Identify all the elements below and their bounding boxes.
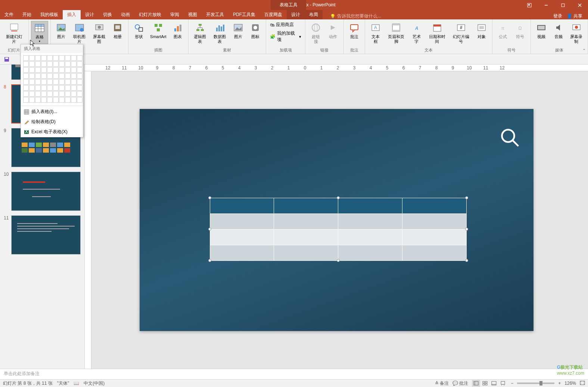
table-grid-cell[interactable] (41, 97, 47, 103)
table-grid-cell[interactable] (41, 61, 47, 67)
table-grid-cell[interactable] (77, 67, 83, 73)
table-grid-cell[interactable] (41, 91, 47, 97)
reading-view-button[interactable] (490, 380, 498, 387)
table-grid-cell[interactable] (35, 67, 41, 73)
table-grid-cell[interactable] (71, 67, 77, 73)
table-grid-cell[interactable] (29, 97, 35, 103)
online-picture-button[interactable]: 联机图片 (70, 21, 89, 45)
zoom-in-button[interactable]: + (558, 381, 561, 386)
table-grid-cell[interactable] (53, 91, 59, 97)
table-grid-cell[interactable] (59, 73, 65, 79)
thumbnail-11[interactable]: 11 (0, 213, 84, 257)
login-link[interactable]: 登录 (553, 13, 562, 19)
table-grid-cell[interactable] (59, 61, 65, 67)
table-grid-cell[interactable] (59, 91, 65, 97)
table-grid-cell[interactable] (41, 85, 47, 91)
current-slide[interactable] (140, 109, 533, 331)
zoom-level[interactable]: 126% (564, 381, 576, 386)
selection-handle[interactable] (337, 196, 340, 199)
table-grid-cell[interactable] (47, 85, 53, 91)
table-grid-cell[interactable] (35, 55, 41, 61)
table-grid-cell[interactable] (23, 61, 29, 67)
selection-handle[interactable] (208, 259, 211, 262)
table-button[interactable]: 表格 ▾ (31, 21, 48, 44)
table-grid-cell[interactable] (77, 55, 83, 61)
excel-spreadsheet-menu-item[interactable]: X Excel 电子表格(X) (21, 127, 83, 137)
header-footer-button[interactable]: 页眉和页脚 (385, 21, 408, 45)
insert-table-menu-item[interactable]: 插入表格(I)... (21, 107, 83, 117)
table-grid-cell[interactable] (65, 79, 71, 85)
table-size-grid[interactable] (21, 53, 83, 105)
object-button[interactable]: 对象 (473, 21, 490, 40)
tab-developer[interactable]: 开发工具 (202, 10, 228, 19)
table-grid-cell[interactable] (47, 67, 53, 73)
table-grid-cell[interactable] (47, 73, 53, 79)
thumbnail-10[interactable]: 10 (0, 169, 84, 213)
tab-animations[interactable]: 动画 (116, 10, 134, 19)
notes-toggle[interactable]: ≙ 备注 (435, 380, 449, 387)
table-grid-cell[interactable] (47, 91, 53, 97)
table-grid-cell[interactable] (65, 73, 71, 79)
tab-view[interactable]: 视图 (184, 10, 202, 19)
tab-transitions[interactable]: 切换 (99, 10, 116, 19)
ribbon-display-options[interactable] (521, 0, 538, 10)
table-grid-cell[interactable] (23, 79, 29, 85)
table-grid-cell[interactable] (23, 85, 29, 91)
zoom-out-button[interactable]: − (511, 381, 513, 386)
table-grid-cell[interactable] (53, 67, 59, 73)
table-grid-cell[interactable] (23, 97, 29, 103)
selection-handle[interactable] (208, 196, 211, 199)
new-slide-button[interactable]: 新建幻灯片 (2, 21, 26, 45)
table-grid-cell[interactable] (65, 97, 71, 103)
save-icon[interactable] (4, 56, 10, 62)
table-grid-cell[interactable] (71, 91, 77, 97)
zoom-slider[interactable] (517, 383, 554, 384)
data-chart-button[interactable]: 数据图表 (210, 21, 229, 45)
selection-handle[interactable] (208, 228, 211, 231)
hyperlink-button[interactable]: 超链接 (308, 21, 324, 45)
table-grid-cell[interactable] (77, 73, 83, 79)
logic-chart-button[interactable]: 逻辑图表 (191, 21, 210, 45)
table-grid-cell[interactable] (59, 79, 65, 85)
table-grid-cell[interactable] (29, 91, 35, 97)
table-grid-cell[interactable] (29, 67, 35, 73)
table-grid-cell[interactable] (65, 91, 71, 97)
collapse-ribbon-button[interactable]: ⌃ (582, 48, 586, 53)
selection-handle[interactable] (465, 259, 468, 262)
comment-button[interactable]: 批注 (346, 21, 363, 40)
tab-table-layout[interactable]: 布局 (305, 10, 323, 19)
textbox-button[interactable]: A文本框 (367, 21, 384, 45)
table-grid-cell[interactable] (59, 85, 65, 91)
tab-design[interactable]: 设计 (81, 10, 99, 19)
table-grid-cell[interactable] (59, 67, 65, 73)
table-grid-cell[interactable] (41, 55, 47, 61)
table-grid-cell[interactable] (71, 97, 77, 103)
draw-table-menu-item[interactable]: 绘制表格(D) (21, 117, 83, 127)
share-button[interactable]: 👤 共享 (567, 13, 582, 19)
table-grid-cell[interactable] (47, 61, 53, 67)
table-grid-cell[interactable] (77, 79, 83, 85)
maximize-button[interactable] (554, 0, 571, 10)
table-grid-cell[interactable] (35, 85, 41, 91)
table-grid-cell[interactable] (29, 61, 35, 67)
table-grid-cell[interactable] (29, 73, 35, 79)
smartart-button[interactable]: SmartArt (148, 21, 168, 40)
minimize-button[interactable] (538, 0, 554, 10)
table-grid-cell[interactable] (71, 79, 77, 85)
table-grid-cell[interactable] (65, 85, 71, 91)
slide-canvas[interactable] (85, 71, 588, 369)
tell-me-search[interactable]: 💡 告诉我您想要做什么... (330, 13, 381, 19)
table-grid-cell[interactable] (71, 73, 77, 79)
screen-recording-button[interactable]: 屏幕录制 (567, 21, 585, 45)
table-grid-cell[interactable] (59, 55, 65, 61)
table-grid-cell[interactable] (77, 85, 83, 91)
selection-handle[interactable] (465, 228, 468, 231)
table-grid-cell[interactable] (71, 55, 77, 61)
video-button[interactable]: 视频 (533, 21, 550, 40)
tab-baidu[interactable]: 百度网盘 (260, 10, 287, 19)
tab-slideshow[interactable]: 幻灯片放映 (134, 10, 166, 19)
language-indicator[interactable]: 中文(中国) (84, 380, 105, 387)
table-grid-cell[interactable] (29, 55, 35, 61)
tab-pdf[interactable]: PDF工具集 (228, 10, 260, 19)
table-grid-cell[interactable] (71, 61, 77, 67)
